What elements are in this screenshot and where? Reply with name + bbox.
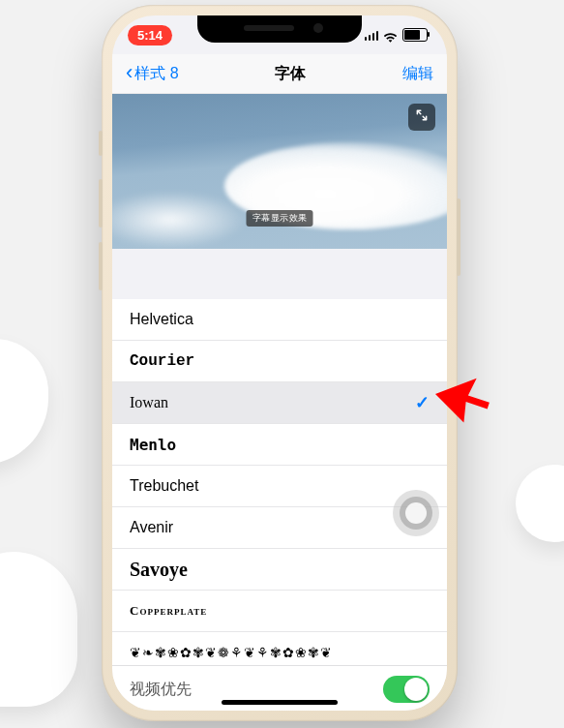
expand-icon <box>415 108 429 126</box>
backdrop-shape <box>0 552 77 707</box>
side-button <box>99 242 103 290</box>
chevron-left-icon: ‹ <box>126 62 133 83</box>
video-priority-switch[interactable] <box>383 676 430 703</box>
back-label: 样式 8 <box>134 64 178 84</box>
font-label: Savoye <box>130 559 188 581</box>
font-label: ❦❧✾❀✿✾❦❁⚘❦⚘✾✿❀✾❦ <box>130 645 333 661</box>
font-label: Menlo <box>130 436 176 454</box>
font-row-copperplate[interactable]: Copperplate <box>112 591 447 632</box>
wifi-icon <box>383 30 398 41</box>
font-row-savoye[interactable]: Savoye <box>112 549 447 591</box>
section-spacer <box>112 249 447 299</box>
nav-bar: ‹ 样式 8 字体 编辑 <box>112 54 447 94</box>
font-row-menlo[interactable]: Menlo <box>112 424 447 466</box>
assistive-touch-icon <box>400 497 432 530</box>
font-label: Iowan <box>130 394 168 411</box>
preview-image <box>112 191 248 249</box>
font-row-helvetica[interactable]: Helvetica <box>112 299 447 341</box>
back-button[interactable]: ‹ 样式 8 <box>126 63 179 84</box>
battery-icon <box>402 28 428 42</box>
status-time: 5:14 <box>128 25 172 46</box>
phone-frame: 5:14 ‹ 样式 8 字体 编辑 字幕显示效果 <box>102 5 458 721</box>
font-label: Helvetica <box>130 311 193 328</box>
assistive-touch[interactable] <box>393 490 439 536</box>
switch-knob <box>404 678 428 701</box>
checkmark-icon: ✓ <box>415 392 430 413</box>
backdrop-shape <box>0 339 48 465</box>
side-button <box>99 179 103 228</box>
side-button <box>457 198 460 276</box>
font-label: Avenir <box>130 519 173 536</box>
font-label: Trebuchet <box>130 477 198 495</box>
notch <box>197 15 362 43</box>
cellular-icon <box>365 30 379 41</box>
status-icons <box>365 28 429 42</box>
font-row-courier[interactable]: Courier <box>112 341 447 382</box>
backdrop-shape <box>516 465 564 542</box>
preview-pane: 字幕显示效果 <box>112 94 447 249</box>
font-label: Courier <box>130 352 194 370</box>
toggle-label: 视频优先 <box>130 680 192 700</box>
font-label: Copperplate <box>130 603 207 619</box>
home-indicator[interactable] <box>222 700 338 705</box>
font-row-ornament[interactable]: ❦❧✾❀✿✾❦❁⚘❦⚘✾✿❀✾❦ <box>112 632 447 665</box>
font-list[interactable]: Helvetica Courier Iowan ✓ Menlo Trebuche… <box>112 299 447 665</box>
font-row-iowan[interactable]: Iowan ✓ <box>112 382 447 424</box>
side-button <box>99 131 103 156</box>
page-title: 字体 <box>275 64 306 84</box>
expand-button[interactable] <box>408 104 435 131</box>
screen: 5:14 ‹ 样式 8 字体 编辑 字幕显示效果 <box>112 15 447 711</box>
edit-button[interactable]: 编辑 <box>402 64 433 84</box>
preview-caption: 字幕显示效果 <box>247 210 313 227</box>
